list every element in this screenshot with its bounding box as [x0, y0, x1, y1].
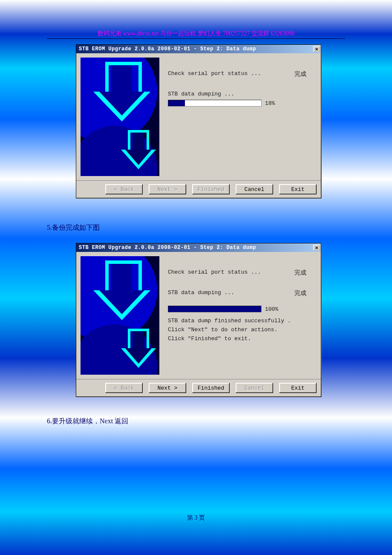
progress-percent: 18% [265, 100, 275, 107]
progress-bar [168, 100, 262, 107]
dump-status: 完成 [294, 289, 306, 297]
check-port-label: Check serial port status ... [168, 70, 261, 78]
cancel-button[interactable]: Cancel [236, 184, 273, 194]
next-button: Next > [149, 184, 186, 194]
msg-next: Click "Next" to do other actions. [168, 327, 315, 333]
window-title: STB EROM Upgrade 2.0.0a 2008-02-01 - Ste… [77, 46, 256, 52]
exit-button[interactable]: Exit [279, 383, 317, 393]
exit-button[interactable]: Exit [279, 184, 317, 194]
check-port-status: 完成 [294, 70, 306, 78]
titlebar: STB EROM Upgrade 2.0.0a 2008-02-01 - Ste… [76, 45, 321, 53]
button-row: < Back Next > Finished Cancel Exit [76, 180, 321, 198]
page-header: 数码兄弟 www.dbrsn.net 与你一起玩机 梦幻人生 700257227… [47, 30, 345, 38]
back-button: < Back [105, 184, 143, 194]
progress-fill [168, 100, 185, 106]
dump-label: STB data dumping ... [168, 289, 234, 297]
close-icon[interactable]: ✕ [313, 46, 320, 52]
dump-label: STB data dumping ... [168, 91, 315, 97]
caption-step5: 5.备份完成如下图 [47, 223, 100, 232]
finished-button: Finished [192, 184, 230, 194]
titlebar: STB EROM Upgrade 2.0.0a 2008-02-01 - Ste… [76, 243, 321, 252]
finished-button[interactable]: Finished [192, 383, 230, 393]
arrow-down-icon [121, 130, 155, 173]
arrow-down-icon [121, 329, 155, 371]
progress-bar [168, 306, 262, 312]
arrow-down-icon [93, 62, 149, 121]
caption-step6: 6.要升级就继续，Next 返回 [47, 417, 128, 426]
msg-success: STB data dump finished successfully . [168, 318, 315, 324]
progress-percent: 100% [265, 306, 278, 312]
check-port-status: 完成 [294, 269, 306, 277]
back-button: < Back [105, 383, 143, 393]
cancel-button: Cancel [236, 383, 273, 393]
page-number: 第 3 页 [0, 514, 392, 522]
wizard-graphic [81, 256, 159, 375]
button-row: < Back Next > Finished Cancel Exit [76, 379, 321, 396]
next-button[interactable]: Next > [149, 383, 186, 393]
progress-fill [168, 306, 261, 312]
wizard-graphic [81, 58, 159, 176]
arrow-down-icon [93, 260, 149, 320]
dialog-step2-complete: STB EROM Upgrade 2.0.0a 2008-02-01 - Ste… [76, 243, 321, 397]
dialog-step2-progress: STB EROM Upgrade 2.0.0a 2008-02-01 - Ste… [76, 44, 321, 198]
header-divider [47, 38, 345, 39]
window-title: STB EROM Upgrade 2.0.0a 2008-02-01 - Ste… [77, 245, 256, 251]
close-icon[interactable]: ✕ [313, 245, 320, 251]
check-port-label: Check serial port status ... [168, 269, 261, 277]
msg-finished: Click "Finished" to exit. [168, 335, 315, 342]
